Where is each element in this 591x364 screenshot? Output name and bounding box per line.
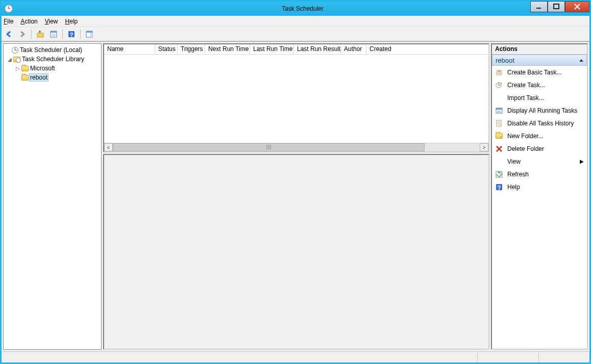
up-level-button[interactable]	[35, 29, 46, 40]
blank-icon	[495, 158, 503, 166]
close-button[interactable]	[565, 1, 589, 12]
tree-microsoft[interactable]: ▷ Microsoft	[4, 64, 101, 73]
help-button[interactable]: ?	[66, 29, 77, 40]
toolbar-separator	[62, 29, 63, 39]
action-create-task[interactable]: Create Task...	[492, 79, 587, 91]
action-create-basic-task[interactable]: Create Basic Task...	[492, 66, 587, 79]
action-refresh[interactable]: Refresh	[492, 168, 587, 180]
task-icon	[495, 81, 503, 89]
actions-context-label: reboot	[496, 57, 514, 64]
menubar: File Action View Help	[2, 16, 589, 27]
app-clock-icon	[5, 5, 13, 13]
action-label: Create Basic Task...	[507, 69, 562, 76]
action-label: Disable All Tasks History	[507, 120, 574, 127]
task-scheduler-window: Task Scheduler File Action View Help ?	[0, 0, 591, 364]
scroll-thumb[interactable]: III	[113, 143, 425, 151]
actions-header: Actions	[492, 44, 587, 55]
actions-context-header[interactable]: reboot	[492, 55, 587, 66]
svg-rect-20	[496, 108, 502, 110]
navigation-tree[interactable]: Task Scheduler (Local) ◢ Task Scheduler …	[3, 43, 102, 350]
expand-icon[interactable]: ▷	[15, 66, 21, 71]
col-lastrun[interactable]: Last Run Time	[250, 44, 294, 54]
toolbar-separator	[31, 29, 32, 39]
blank-icon	[495, 94, 503, 102]
svg-rect-11	[86, 31, 92, 33]
action-label: Refresh	[507, 171, 529, 178]
refresh-icon	[495, 170, 503, 178]
svg-rect-1	[554, 4, 559, 9]
show-actions-pane-button[interactable]	[84, 29, 95, 40]
col-name[interactable]: Name	[104, 44, 155, 54]
col-author[interactable]: Author	[341, 44, 366, 54]
col-created[interactable]: Created	[366, 44, 488, 54]
statusbar	[2, 351, 589, 362]
column-headers: Name Status Triggers Next Run Time Last …	[104, 44, 488, 55]
delete-icon	[495, 145, 503, 153]
task-list[interactable]: Name Status Triggers Next Run Time Last …	[103, 43, 489, 152]
action-new-folder[interactable]: ✦ New Folder...	[492, 129, 587, 142]
action-label: View	[507, 158, 576, 165]
svg-rect-4	[51, 31, 57, 33]
toolbar-separator	[80, 29, 81, 39]
svg-rect-0	[536, 8, 541, 9]
nav-forward-button[interactable]	[17, 29, 28, 40]
maximize-button[interactable]	[548, 1, 565, 12]
action-label: Delete Folder	[507, 145, 544, 152]
wizard-icon	[495, 68, 503, 76]
action-import-task[interactable]: Import Task...	[492, 91, 587, 104]
tree-library[interactable]: ◢ Task Scheduler Library	[4, 55, 101, 64]
menu-view[interactable]: View	[45, 18, 58, 25]
svg-text:?: ?	[70, 32, 73, 38]
action-help[interactable]: ? Help	[492, 180, 587, 193]
new-folder-icon: ✦	[495, 132, 503, 140]
help-icon: ?	[495, 183, 503, 191]
folder-icon	[21, 75, 29, 81]
scroll-track[interactable]: III	[113, 143, 480, 151]
svg-rect-2	[37, 33, 43, 37]
scroll-left-button[interactable]: <	[104, 143, 113, 151]
task-list-body[interactable]	[104, 55, 488, 143]
window-title: Task Scheduler	[16, 5, 589, 12]
action-view-submenu[interactable]: View ▶	[492, 155, 587, 168]
menu-action[interactable]: Action	[20, 18, 37, 25]
scheduler-icon	[12, 47, 18, 54]
action-label: Display All Running Tasks	[507, 107, 577, 114]
col-nextrun[interactable]: Next Run Time	[205, 44, 250, 54]
actions-pane: Actions reboot Create Basic Task... Crea…	[491, 43, 588, 350]
collapse-icon[interactable]	[579, 59, 583, 62]
action-display-running[interactable]: Display All Running Tasks	[492, 104, 587, 117]
action-label: Help	[507, 184, 520, 191]
svg-text:?: ?	[498, 185, 501, 191]
menu-file[interactable]: File	[4, 18, 13, 25]
action-delete-folder[interactable]: Delete Folder	[492, 142, 587, 155]
nav-back-button[interactable]	[4, 29, 15, 40]
submenu-arrow-icon: ▶	[580, 159, 584, 164]
tree-root[interactable]: Task Scheduler (Local)	[4, 45, 101, 55]
center-pane: Name Status Triggers Next Run Time Last …	[103, 43, 489, 350]
col-lastresult[interactable]: Last Run Result	[294, 44, 341, 54]
titlebar: Task Scheduler	[2, 2, 589, 16]
tree-reboot[interactable]: reboot	[4, 73, 101, 82]
action-label: New Folder...	[507, 133, 544, 140]
toolbar: ?	[2, 27, 589, 41]
scroll-right-button[interactable]: >	[480, 143, 488, 151]
tree-reboot-label: reboot	[29, 73, 48, 82]
running-tasks-icon	[495, 107, 503, 115]
tree-root-label: Task Scheduler (Local)	[19, 46, 83, 54]
menu-help[interactable]: Help	[65, 18, 78, 25]
horizontal-scrollbar[interactable]: < III >	[104, 143, 488, 151]
folder-icon	[21, 66, 29, 71]
tree-microsoft-label: Microsoft	[29, 65, 56, 72]
minimize-button[interactable]	[530, 1, 548, 12]
col-triggers[interactable]: Triggers	[178, 44, 205, 54]
svg-point-18	[501, 82, 502, 84]
properties-button[interactable]	[48, 29, 59, 40]
col-status[interactable]: Status	[155, 44, 178, 54]
history-icon	[495, 119, 503, 127]
tree-library-label: Task Scheduler Library	[21, 56, 85, 63]
collapse-icon[interactable]: ◢	[7, 57, 13, 62]
action-label: Create Task...	[507, 82, 545, 89]
task-detail-pane	[103, 154, 489, 350]
action-disable-history[interactable]: Disable All Tasks History	[492, 117, 587, 129]
library-folder-icon	[13, 57, 20, 62]
